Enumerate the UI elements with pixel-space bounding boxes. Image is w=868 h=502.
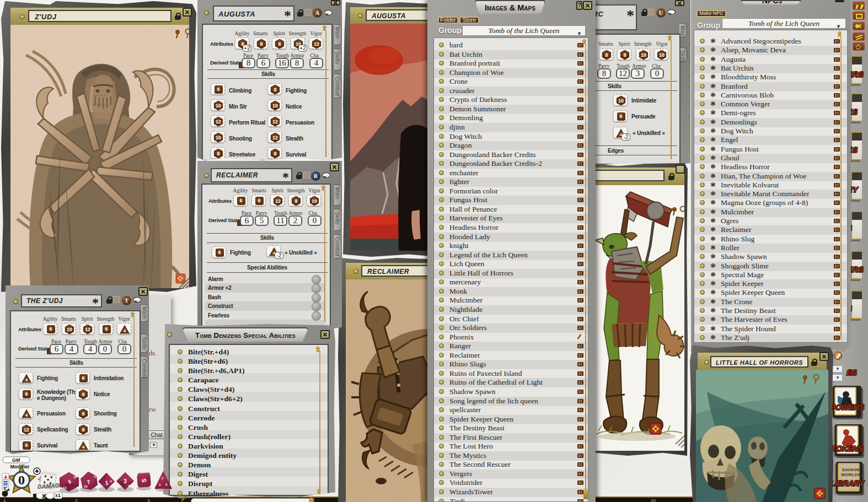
- svg-text:GM: GM: [12, 457, 20, 463]
- svg-text:3: 3: [124, 478, 127, 484]
- svg-text:5: 5: [141, 478, 147, 482]
- svg-text:x1: x1: [55, 493, 61, 498]
- svg-text:0: 0: [18, 473, 25, 487]
- svg-text:14: 14: [93, 473, 98, 478]
